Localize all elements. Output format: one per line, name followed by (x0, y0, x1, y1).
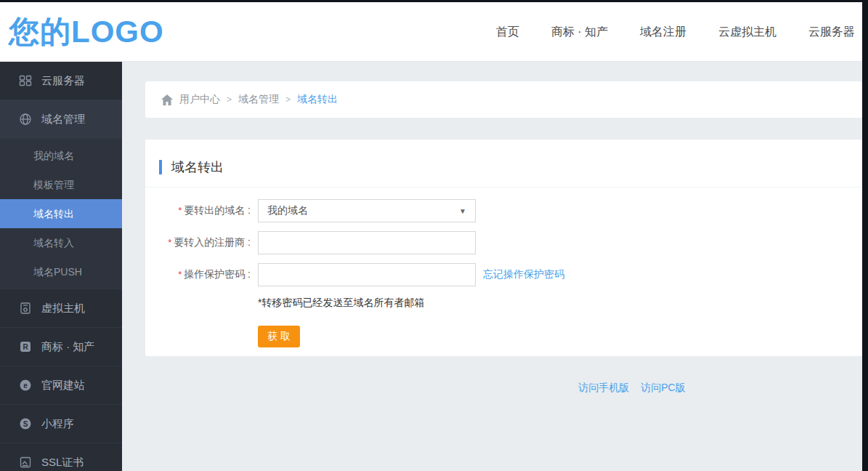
sidebar-item-label: 域名管理 (41, 113, 85, 126)
sidebar-item-label: 虚拟主机 (41, 302, 85, 315)
domain-label: *要转出的域名 : (145, 204, 251, 217)
footer-links: 访问手机版 访问PC版 (450, 382, 814, 395)
required-mark: * (168, 237, 171, 248)
transfer-out-form: *要转出的域名 : 我的域名 ▼ *要转入的注册商 : *操作保护密码 : 忘记… (145, 188, 862, 347)
sidebar-item-trademark[interactable]: R 商标 · 知产 (0, 328, 122, 366)
server-icon (19, 74, 32, 87)
breadcrumb-domain-management[interactable]: 域名管理 (238, 93, 279, 106)
protection-password-label: *操作保护密码 : (145, 268, 251, 281)
registrar-label: *要转入的注册商 : (145, 236, 251, 249)
forgot-password-link[interactable]: 忘记操作保护密码 (483, 268, 564, 281)
panel-header: 域名转出 (145, 140, 862, 188)
get-button[interactable]: 获 取 (258, 326, 300, 347)
certificate-icon (19, 456, 32, 469)
registrar-input[interactable] (258, 231, 476, 254)
home-icon[interactable] (161, 94, 173, 105)
domain-select-value: 我的域名 (267, 204, 308, 217)
breadcrumb-separator: > (227, 94, 232, 105)
trademark-icon: R (19, 340, 32, 353)
mobile-version-link[interactable]: 访问手机版 (578, 382, 629, 393)
breadcrumb: 用户中心 > 域名管理 > 域名转出 (145, 81, 862, 118)
globe-icon (19, 113, 32, 126)
nav-item-trademark[interactable]: 商标 · 知产 (551, 25, 608, 40)
top-navigation: 首页 商标 · 知产 域名注册 云虚拟主机 云服务器 (496, 2, 855, 62)
submenu-item-template-management[interactable]: 模板管理 (0, 170, 122, 199)
app-window: 您的LOGO 首页 商标 · 知产 域名注册 云虚拟主机 云服务器 云服务器 (0, 2, 862, 471)
top-header: 您的LOGO 首页 商标 · 知产 域名注册 云虚拟主机 云服务器 (0, 2, 862, 62)
host-icon (19, 302, 32, 315)
form-row-protection-password: *操作保护密码 : 忘记操作保护密码 (145, 263, 862, 286)
form-row-registrar: *要转入的注册商 : (145, 231, 862, 254)
pc-version-link[interactable]: 访问PC版 (641, 382, 685, 393)
submenu-item-my-domains[interactable]: 我的域名 (0, 141, 122, 170)
domain-transfer-out-panel: 域名转出 *要转出的域名 : 我的域名 ▼ *要转入的注册商 : *操作保护密码… (145, 140, 862, 356)
sidebar-item-label: 商标 · 知产 (41, 340, 94, 354)
title-accent-bar (159, 160, 162, 174)
form-row-domain: *要转出的域名 : 我的域名 ▼ (145, 199, 862, 222)
submenu-item-domain-push[interactable]: 域名PUSH (0, 257, 122, 286)
submenu-item-domain-transfer-in[interactable]: 域名转入 (0, 228, 122, 257)
sidebar-item-website-builder[interactable]: e 官网建站 (0, 366, 122, 405)
site-logo[interactable]: 您的LOGO (9, 2, 164, 62)
submenu-item-domain-transfer-out[interactable]: 域名转出 (0, 199, 122, 228)
nav-item-domain-register[interactable]: 域名注册 (640, 25, 686, 40)
nav-item-home[interactable]: 首页 (496, 25, 519, 40)
sidebar-item-cloud-server[interactable]: 云服务器 (0, 62, 122, 100)
miniprogram-icon: S (19, 417, 32, 430)
sidebar-item-ssl-certificate[interactable]: SSL证书 (0, 443, 122, 471)
chevron-down-icon: ▼ (459, 207, 466, 215)
page-title: 域名转出 (171, 158, 224, 176)
sidebar-item-label: SSL证书 (41, 456, 84, 470)
sidebar: 云服务器 域名管理 我的域名 模板管理 域名转出 域名转入 域名PUSH (0, 62, 122, 471)
protection-password-input[interactable] (258, 263, 476, 286)
svg-text:S: S (23, 420, 28, 428)
required-mark: * (178, 205, 182, 216)
website-icon: e (19, 379, 32, 392)
domain-management-submenu: 我的域名 模板管理 域名转出 域名转入 域名PUSH (0, 139, 122, 289)
domain-select[interactable]: 我的域名 ▼ (258, 199, 476, 222)
breadcrumb-domain-transfer-out[interactable]: 域名转出 (297, 93, 338, 106)
sidebar-item-domain-management[interactable]: 域名管理 (0, 100, 122, 139)
nav-item-cloud-server[interactable]: 云服务器 (808, 25, 855, 40)
breadcrumb-user-center[interactable]: 用户中心 (179, 93, 220, 106)
sidebar-item-mini-program[interactable]: S 小程序 (0, 405, 122, 443)
sidebar-item-label: 云服务器 (41, 74, 85, 88)
sidebar-item-label: 小程序 (41, 417, 74, 431)
sidebar-item-label: 官网建站 (41, 379, 85, 392)
transfer-password-note: *转移密码已经发送至域名所有者邮箱 (258, 297, 862, 310)
svg-text:R: R (23, 343, 28, 351)
breadcrumb-separator: > (285, 94, 291, 105)
required-mark: * (178, 269, 182, 280)
sidebar-item-virtual-host[interactable]: 虚拟主机 (0, 289, 122, 328)
nav-item-cloud-host[interactable]: 云虚拟主机 (718, 25, 776, 40)
svg-text:e: e (23, 382, 28, 390)
